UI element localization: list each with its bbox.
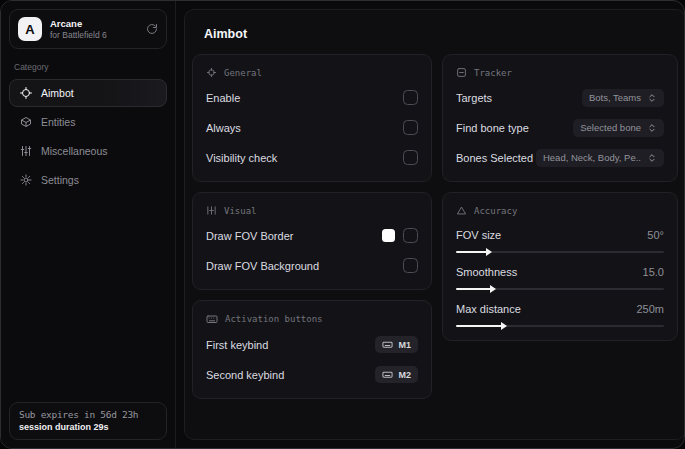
setting-row-targets: Targets Bots, Teams — [456, 87, 664, 108]
sub-expiry-text: Sub expires in 56d 23h — [19, 409, 157, 420]
sidebar-item-settings[interactable]: Settings — [9, 166, 167, 194]
arcane-window: A Arcane for Battlefield 6 Category Aimb… — [0, 0, 685, 449]
setting-row-visibility-check: Visibility check — [206, 147, 418, 168]
setting-row-first-keybind: First keybind M1 — [206, 334, 418, 355]
crosshair-icon — [20, 87, 32, 99]
refresh-icon[interactable] — [146, 23, 158, 35]
slider-fill — [456, 288, 491, 290]
panel-title: Visual — [224, 206, 257, 216]
triangle-icon — [456, 205, 467, 216]
max-distance-slider[interactable] — [456, 325, 664, 327]
enable-checkbox[interactable] — [403, 90, 418, 105]
scan-icon — [206, 67, 217, 78]
brand-card: A Arcane for Battlefield 6 — [9, 9, 167, 49]
sidebar-item-label: Entities — [41, 116, 75, 128]
setting-row-enable: Enable — [206, 87, 418, 108]
slider-group-smoothness: Smoothness 15.0 — [456, 263, 664, 290]
panel-title: General — [224, 68, 262, 78]
setting-row-second-keybind: Second keybind M2 — [206, 364, 418, 385]
subscription-card: Sub expires in 56d 23h session duration … — [9, 402, 167, 440]
setting-row-draw-fov-background: Draw FOV Background — [206, 255, 418, 276]
slider-fill — [456, 251, 487, 253]
keyboard-icon — [206, 313, 218, 325]
setting-row-draw-fov-border: Draw FOV Border — [206, 225, 418, 246]
sliders-vertical-icon — [20, 145, 32, 157]
keyboard-icon — [382, 339, 393, 350]
setting-row-bones-selected: Bones Selected Head, Neck, Body, Pe.. — [456, 147, 664, 168]
setting-row-always: Always — [206, 117, 418, 138]
draw-fov-background-checkbox[interactable] — [403, 258, 418, 273]
chevrons-up-down-icon — [647, 153, 657, 163]
max-distance-value: 250m — [636, 303, 664, 315]
slider-group-fov-size: FOV size 50° — [456, 226, 664, 253]
panel-tracker: Tracker Targets Bots, Teams — [442, 54, 678, 182]
sliders-icon — [206, 205, 217, 216]
keyboard-icon — [382, 369, 393, 380]
page-title: Aimbot — [204, 27, 678, 41]
sidebar-item-aimbot[interactable]: Aimbot — [9, 79, 167, 107]
category-label: Category — [14, 62, 162, 72]
second-keybind-button[interactable]: M2 — [375, 366, 418, 383]
fov-size-slider[interactable] — [456, 251, 664, 253]
panel-title: Tracker — [474, 68, 512, 78]
chevrons-up-down-icon — [647, 123, 657, 133]
fov-size-value: 50° — [647, 229, 664, 241]
chevrons-up-down-icon — [647, 93, 657, 103]
panel-general: General Enable Always Visibility check — [192, 54, 432, 182]
main-area: Aimbot General Enable — [176, 1, 685, 448]
sidebar-item-label: Miscellaneous — [41, 145, 108, 157]
sidebar-item-entities[interactable]: Entities — [9, 108, 167, 136]
slider-group-max-distance: Max distance 250m — [456, 300, 664, 327]
always-checkbox[interactable] — [403, 120, 418, 135]
app-name: Arcane — [50, 18, 138, 30]
panel-title: Activation buttons — [225, 314, 323, 324]
sidebar-item-label: Settings — [41, 174, 79, 186]
first-keybind-button[interactable]: M1 — [375, 336, 418, 353]
app-subtitle: for Battlefield 6 — [50, 30, 138, 41]
sidebar: A Arcane for Battlefield 6 Category Aimb… — [1, 1, 176, 448]
panel-activation-buttons: Activation buttons First keybind M1 — [192, 300, 432, 399]
session-duration-text: session duration 29s — [19, 422, 157, 432]
box-minus-icon — [456, 67, 467, 78]
setting-row-find-bone-type: Find bone type Selected bone — [456, 117, 664, 138]
cube-icon — [20, 116, 32, 128]
main-card: Aimbot General Enable — [184, 9, 685, 440]
panel-title: Accuracy — [474, 206, 517, 216]
find-bone-type-dropdown[interactable]: Selected bone — [573, 119, 664, 137]
visibility-check-checkbox[interactable] — [403, 150, 418, 165]
bones-selected-dropdown[interactable]: Head, Neck, Body, Pe.. — [536, 149, 664, 167]
sidebar-nav: Aimbot Entities Miscellaneous Settings — [9, 79, 167, 194]
sidebar-item-miscellaneous[interactable]: Miscellaneous — [9, 137, 167, 165]
panel-visual: Visual Draw FOV Border Draw FOV Backgrou… — [192, 192, 432, 290]
smoothness-slider[interactable] — [456, 288, 664, 290]
slider-fill — [456, 325, 502, 327]
panel-accuracy: Accuracy FOV size 50° — [442, 192, 678, 341]
smoothness-value: 15.0 — [643, 266, 664, 278]
targets-dropdown[interactable]: Bots, Teams — [582, 89, 664, 107]
sidebar-item-label: Aimbot — [41, 87, 74, 99]
fov-border-color-swatch[interactable] — [382, 229, 395, 242]
gear-icon — [20, 174, 32, 186]
draw-fov-border-checkbox[interactable] — [403, 228, 418, 243]
app-logo: A — [18, 17, 42, 41]
